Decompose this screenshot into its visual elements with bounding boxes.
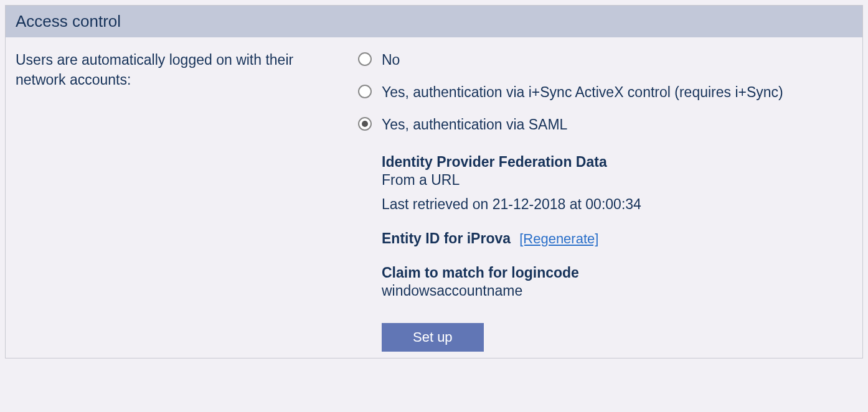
entity-heading: Entity ID for iProva	[382, 230, 511, 246]
federation-block: Identity Provider Federation Data From a…	[382, 154, 852, 213]
claim-block: Claim to match for logincode windowsacco…	[382, 265, 852, 299]
federation-heading: Identity Provider Federation Data	[382, 154, 607, 170]
federation-sub: From a URL	[382, 172, 852, 189]
regenerate-link[interactable]: [Regenerate]	[519, 231, 598, 246]
radio-option-saml[interactable]: Yes, authentication via SAML	[358, 115, 852, 134]
panel-body: Users are automatically logged on with t…	[6, 37, 862, 358]
radio-icon[interactable]	[358, 85, 372, 98]
federation-last-retrieved: Last retrieved on 21-12-2018 at 00:00:34	[382, 196, 852, 213]
access-control-panel: Access control Users are automatically l…	[5, 5, 863, 358]
claim-value: windowsaccountname	[382, 283, 852, 299]
radio-label-saml: Yes, authentication via SAML	[382, 115, 567, 134]
claim-heading: Claim to match for logincode	[382, 265, 579, 281]
entity-block: Entity ID for iProva [Regenerate]	[382, 230, 852, 247]
setting-label: Users are automatically logged on with t…	[16, 50, 339, 352]
panel-title: Access control	[6, 6, 862, 37]
radio-icon[interactable]	[358, 52, 372, 66]
radio-icon[interactable]	[358, 117, 372, 131]
radio-label-isync: Yes, authentication via i+Sync ActiveX c…	[382, 82, 783, 102]
radio-label-no: No	[382, 50, 400, 70]
radio-option-isync[interactable]: Yes, authentication via i+Sync ActiveX c…	[358, 82, 852, 102]
setting-options: No Yes, authentication via i+Sync Active…	[358, 50, 852, 352]
radio-option-no[interactable]: No	[358, 50, 852, 70]
setup-button[interactable]: Set up	[382, 323, 484, 352]
saml-details: Identity Provider Federation Data From a…	[382, 154, 852, 352]
